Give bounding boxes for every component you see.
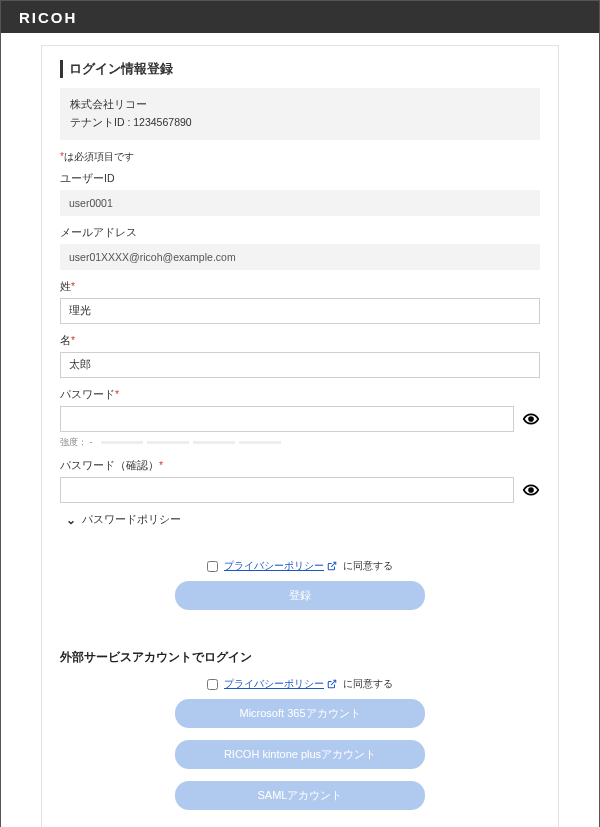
- microsoft-365-button[interactable]: Microsoft 365アカウント: [175, 699, 425, 728]
- register-button[interactable]: 登録: [175, 581, 425, 610]
- user-id-value: user0001: [60, 190, 540, 216]
- email-label: メールアドレス: [60, 226, 540, 240]
- topbar: RICOH: [1, 1, 599, 33]
- password-label: パスワード*: [60, 388, 540, 402]
- email-value: user01XXXX@ricoh@example.com: [60, 244, 540, 270]
- brand-logo: RICOH: [19, 9, 77, 26]
- external-login-title: 外部サービスアカウントでログイン: [60, 650, 540, 665]
- field-first-name: 名*: [60, 334, 540, 378]
- first-name-label-text: 名: [60, 334, 71, 346]
- last-name-required-icon: *: [71, 280, 75, 292]
- password-strength-meter: [101, 441, 281, 444]
- password-policy-label: パスワードポリシー: [82, 513, 181, 527]
- first-name-required-icon: *: [71, 334, 75, 346]
- external-link-icon: [327, 561, 337, 571]
- content-wrap: ログイン情報登録 株式会社リコー テナントID : 1234567890 *は必…: [1, 33, 599, 827]
- password-label-text: パスワード: [60, 388, 115, 400]
- user-id-label: ユーザーID: [60, 172, 540, 186]
- field-email: メールアドレス user01XXXX@ricoh@example.com: [60, 226, 540, 270]
- svg-point-0: [529, 417, 533, 421]
- password-confirm-label: パスワード（確認）*: [60, 459, 540, 473]
- privacy-policy-link-text: プライバシーポリシー: [224, 677, 324, 691]
- last-name-label: 姓*: [60, 280, 540, 294]
- last-name-input[interactable]: [60, 298, 540, 324]
- password-strength-row: 強度： -: [60, 436, 540, 449]
- required-note-text: は必須項目です: [64, 151, 134, 162]
- privacy-checkbox-external[interactable]: [207, 679, 218, 690]
- saml-button[interactable]: SAMLアカウント: [175, 781, 425, 810]
- password-confirm-label-text: パスワード（確認）: [60, 459, 159, 471]
- password-strength-value: -: [90, 437, 93, 447]
- password-confirm-input[interactable]: [60, 477, 514, 503]
- eye-icon: [523, 411, 539, 427]
- strength-bar: [101, 441, 143, 444]
- page-title: ログイン情報登録: [60, 60, 540, 78]
- privacy-checkbox-register[interactable]: [207, 561, 218, 572]
- external-link-icon: [327, 679, 337, 689]
- privacy-consent-row-register: プライバシーポリシー に同意する: [60, 559, 540, 573]
- required-note: *は必須項目です: [60, 150, 540, 164]
- password-input[interactable]: [60, 406, 514, 432]
- field-password-confirm: パスワード（確認）*: [60, 459, 540, 503]
- svg-line-2: [331, 562, 336, 567]
- tenant-info-box: 株式会社リコー テナントID : 1234567890: [60, 88, 540, 140]
- password-visibility-toggle[interactable]: [522, 410, 540, 428]
- first-name-input[interactable]: [60, 352, 540, 378]
- privacy-policy-link-text: プライバシーポリシー: [224, 559, 324, 573]
- tenant-company: 株式会社リコー: [70, 96, 530, 114]
- svg-line-3: [331, 680, 336, 685]
- password-confirm-visibility-toggle[interactable]: [522, 481, 540, 499]
- ricoh-kintone-button[interactable]: RICOH kintone plusアカウント: [175, 740, 425, 769]
- password-policy-toggle[interactable]: ⌄ パスワードポリシー: [60, 513, 540, 527]
- field-last-name: 姓*: [60, 280, 540, 324]
- tenant-id: テナントID : 1234567890: [70, 114, 530, 132]
- privacy-consent-suffix: に同意する: [343, 677, 393, 691]
- privacy-policy-link-external[interactable]: プライバシーポリシー: [224, 677, 337, 691]
- eye-icon: [523, 482, 539, 498]
- first-name-label: 名*: [60, 334, 540, 348]
- strength-bar: [147, 441, 189, 444]
- privacy-consent-suffix: に同意する: [343, 559, 393, 573]
- chevron-down-icon: ⌄: [66, 513, 76, 527]
- privacy-consent-row-external: プライバシーポリシー に同意する: [60, 677, 540, 691]
- strength-bar: [193, 441, 235, 444]
- password-required-icon: *: [115, 388, 119, 400]
- field-password: パスワード* 強度： -: [60, 388, 540, 449]
- main-card: ログイン情報登録 株式会社リコー テナントID : 1234567890 *は必…: [41, 45, 559, 827]
- field-user-id: ユーザーID user0001: [60, 172, 540, 216]
- password-strength-label: 強度：: [60, 437, 87, 447]
- password-confirm-required-icon: *: [159, 459, 163, 471]
- strength-bar: [239, 441, 281, 444]
- svg-point-1: [529, 488, 533, 492]
- privacy-policy-link-register[interactable]: プライバシーポリシー: [224, 559, 337, 573]
- page-frame: RICOH ログイン情報登録 株式会社リコー テナントID : 12345678…: [0, 0, 600, 827]
- last-name-label-text: 姓: [60, 280, 71, 292]
